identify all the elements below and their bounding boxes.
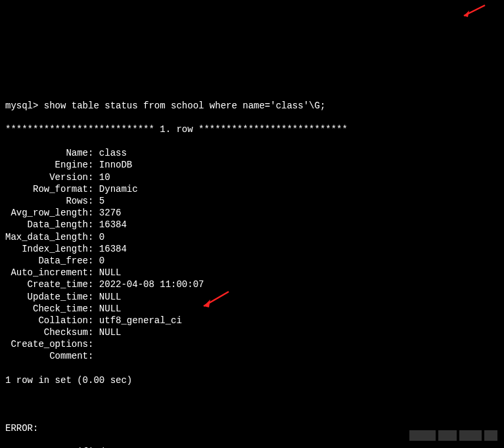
blank-line	[5, 398, 499, 410]
mysql-prompt-line[interactable]: mysql> show table status from school whe…	[5, 100, 499, 112]
status-field-row: Data_free: 0	[5, 255, 499, 267]
status-field-row: Checksum: NULL	[5, 326, 499, 338]
status-field-row: Collation: utf8_general_ci	[5, 315, 499, 326]
status-field-row: Row_format: Dynamic	[5, 183, 499, 195]
status-field-row: Data_length: 16384	[5, 219, 499, 231]
status-field-row: Create_options:	[5, 338, 499, 350]
status-field-row: Index_length: 16384	[5, 243, 499, 255]
status-field-row: Rows: 5	[5, 195, 499, 207]
status-field-row: Create_time: 2022-04-08 11:00:07	[5, 279, 499, 290]
result-summary: 1 row in set (0.00 sec)	[5, 374, 499, 386]
status-field-row: Avg_row_length: 3276	[5, 207, 499, 219]
status-field-row: Version: 10	[5, 171, 499, 183]
status-field-row: Max_data_length: 0	[5, 231, 499, 243]
status-field-row: Check_time: NULL	[5, 303, 499, 315]
status-field-row: Update_time: NULL	[5, 291, 499, 303]
annotation-arrow-icon	[460, 4, 486, 20]
status-field-row: Comment:	[5, 350, 499, 362]
status-field-row: Name: class	[5, 147, 499, 159]
redacted-watermark	[398, 418, 497, 441]
table-status-output: Name: class Engine: InnoDB Version: 10 R…	[5, 147, 499, 362]
status-field-row: Engine: InnoDB	[5, 159, 499, 171]
status-field-row: Auto_increment: NULL	[5, 267, 499, 279]
row-header: *************************** 1. row *****…	[5, 123, 499, 135]
